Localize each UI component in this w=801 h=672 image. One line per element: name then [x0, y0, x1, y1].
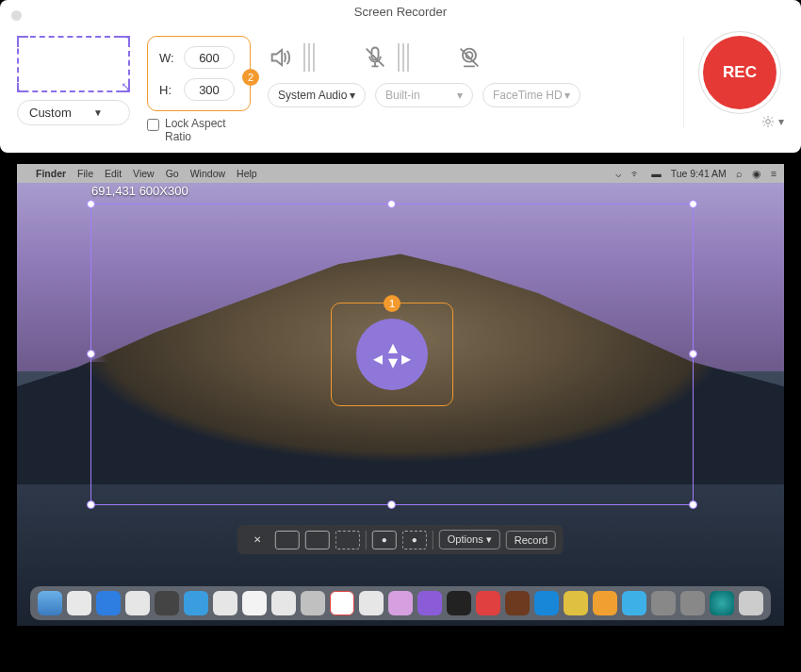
resize-handle[interactable] [87, 200, 95, 208]
microphone-select[interactable]: Built-in ▾ [375, 83, 473, 107]
dock-app-safari[interactable] [67, 591, 91, 615]
system-audio-level-icon [303, 43, 315, 72]
microphone-off-icon [362, 44, 388, 71]
dock-app-mail[interactable] [96, 591, 121, 615]
menubar-clock[interactable]: Tue 9:41 AM [671, 168, 727, 179]
menubar-item[interactable]: View [133, 168, 155, 179]
capture-window-button[interactable] [305, 531, 330, 549]
callout-badge-1: 1 [384, 295, 400, 312]
resize-handle-icon: ⤡ [121, 79, 132, 94]
width-label: W: [159, 51, 178, 65]
menubar-item[interactable]: Window [190, 168, 225, 179]
capture-region-icon[interactable]: ⤡ [17, 36, 130, 92]
resize-handle[interactable] [387, 200, 396, 208]
dimensions-group: W: H: 2 [147, 36, 251, 111]
dock-app-contacts[interactable] [125, 591, 150, 615]
dock-app-podcasts[interactable] [417, 591, 442, 615]
chevron-down-icon: ▾ [778, 115, 784, 128]
menubar-item[interactable]: Edit [105, 168, 122, 179]
move-selection-handle[interactable]: ▴▾ ◂▸ [356, 319, 428, 390]
capture-selection-button[interactable] [335, 531, 360, 549]
dock-app-appstore[interactable] [534, 591, 559, 615]
screenshot-options-button[interactable]: Options ▾ [439, 530, 500, 549]
capture-entire-screen-button[interactable] [275, 531, 300, 549]
lock-aspect-ratio-checkbox[interactable]: Lock Aspect Ratio [147, 117, 251, 143]
menubar-item[interactable]: Go [166, 168, 179, 179]
selection-info-label: 691,431 600X300 [91, 184, 188, 198]
chevron-down-icon: ▾ [564, 89, 570, 102]
gear-icon [761, 115, 775, 128]
dock-app-store2[interactable] [622, 591, 646, 615]
dock-app-calendar2[interactable] [330, 591, 354, 615]
settings-button[interactable]: ▾ [761, 115, 784, 128]
recorder-window: Screen Recorder ⤡ Custom ▼ W: H: [0, 0, 801, 153]
dock-app-generic[interactable] [593, 591, 617, 615]
chevron-down-icon: ▾ [457, 89, 463, 102]
capture-selection[interactable]: 691,431 600X300 1 ▴▾ ◂▸ [90, 204, 694, 505]
microphone-label: Built-in [385, 89, 420, 102]
callout-badge-2: 2 [242, 69, 259, 86]
dock-app-downloads[interactable] [710, 591, 734, 615]
screenshot-record-button[interactable]: Record [506, 531, 556, 549]
dock-app-notes[interactable] [213, 591, 237, 615]
height-input[interactable] [184, 78, 235, 101]
webcam-off-icon [456, 44, 482, 71]
search-icon[interactable]: ⌕ [736, 168, 743, 179]
record-button-label: REC [723, 63, 757, 82]
record-entire-screen-button[interactable]: ● [372, 531, 397, 549]
menu-icon[interactable]: ≡ [771, 168, 776, 179]
wifi-icon[interactable]: ᯤ [631, 168, 642, 179]
dock-app-news[interactable] [476, 591, 500, 615]
desktop-preview: Finder File Edit View Go Window Help ⌵ ᯤ… [17, 164, 784, 626]
dock-app-trash[interactable] [739, 591, 763, 615]
dock-app-system-prefs[interactable] [651, 591, 676, 615]
camera-select[interactable]: FaceTime HD ▾ [482, 83, 580, 107]
chevron-down-icon: ▼ [93, 107, 103, 118]
screenshot-toolbar: ✕ ● ● Options ▾ Record [237, 525, 564, 554]
record-button[interactable]: REC [703, 36, 776, 109]
move-arrows-icon: ▴▾ ◂▸ [375, 337, 409, 371]
resize-handle[interactable] [689, 200, 697, 208]
dock-app-preview[interactable] [564, 591, 588, 615]
dock-app-messages[interactable] [301, 591, 325, 615]
chevron-down-icon: ▾ [486, 533, 492, 545]
siri-icon[interactable]: ◉ [752, 168, 761, 179]
dock-app-itunes[interactable] [388, 591, 413, 615]
battery-icon[interactable]: ▬ [651, 168, 662, 179]
dock-app-reminders[interactable] [184, 591, 208, 615]
resize-handle[interactable] [387, 500, 396, 509]
dock-app-tv[interactable] [447, 591, 471, 615]
resize-handle[interactable] [87, 350, 95, 358]
height-label: H: [159, 83, 178, 97]
camera-label: FaceTime HD [493, 89, 563, 102]
dock-app-photos[interactable] [271, 591, 296, 615]
dock-app-other[interactable] [680, 591, 705, 615]
menubar-item[interactable]: File [77, 168, 93, 179]
audio-source-label: System Audio [278, 89, 347, 102]
dock-app-finder[interactable] [38, 591, 62, 615]
audio-source-select[interactable]: System Audio ▾ [268, 83, 366, 107]
desktop-wallpaper: 691,431 600X300 1 ▴▾ ◂▸ ✕ [17, 183, 784, 626]
resize-handle[interactable] [689, 500, 697, 509]
move-selection-callout: 1 ▴▾ ◂▸ [331, 303, 453, 406]
region-preset-label: Custom [29, 106, 72, 120]
region-preset-select[interactable]: Custom ▼ [17, 100, 130, 125]
menubar-app-name[interactable]: Finder [36, 168, 66, 179]
resize-handle[interactable] [689, 350, 697, 358]
dock-app-maps[interactable] [242, 591, 267, 615]
mac-menubar: Finder File Edit View Go Window Help ⌵ ᯤ… [17, 164, 784, 183]
lock-aspect-ratio-label: Lock Aspect Ratio [165, 117, 251, 143]
record-selection-button[interactable]: ● [402, 531, 427, 549]
mic-level-icon [398, 43, 409, 72]
dock-app-calendar[interactable] [155, 591, 179, 615]
dock-app-facetime[interactable] [359, 591, 384, 615]
menubar-item[interactable]: Help [237, 168, 257, 179]
lock-aspect-ratio-input[interactable] [147, 119, 159, 131]
width-input[interactable] [184, 46, 235, 69]
window-title: Screen Recorder [0, 0, 801, 25]
resize-handle[interactable] [87, 500, 95, 509]
airplay-icon[interactable]: ⌵ [615, 168, 622, 179]
dock-app-books[interactable] [505, 591, 530, 615]
close-toolbar-button[interactable]: ✕ [245, 531, 270, 549]
chevron-down-icon: ▾ [350, 89, 355, 102]
